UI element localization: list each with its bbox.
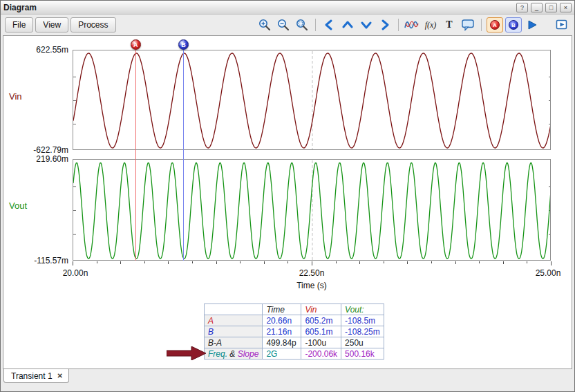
- x-axis-tick: [336, 261, 337, 263]
- vin-y-max-label: 622.55m: [6, 45, 68, 55]
- cursor-a-button-letter: A: [493, 22, 497, 28]
- close-tab-icon[interactable]: ✕: [57, 373, 63, 380]
- zoom-out-icon: [276, 18, 290, 32]
- x-axis-tick: [240, 261, 241, 263]
- play-button[interactable]: [524, 17, 540, 32]
- function-icon: f(x): [425, 20, 437, 30]
- x-axis-ticks: [73, 261, 551, 267]
- x-axis-tick: [216, 261, 217, 264]
- toolbar-separator: [481, 19, 482, 31]
- x-axis-tick: [73, 261, 73, 265]
- maximize-button[interactable]: □: [545, 3, 557, 12]
- cursor-b-marker-letter: B: [181, 41, 186, 48]
- x-axis-tick: [144, 261, 145, 263]
- vin-signal-label: Vin: [9, 91, 22, 102]
- x-tick-label-right: 25.00n: [536, 268, 561, 278]
- pan-up-button[interactable]: [339, 17, 356, 32]
- cell-ba-time: 499.84p: [263, 337, 301, 348]
- tab-transient-1[interactable]: Transient 1 ✕: [3, 368, 69, 383]
- minimize-button[interactable]: _: [531, 3, 543, 12]
- cursor-a-button[interactable]: A: [487, 17, 503, 32]
- vin-plot[interactable]: [73, 50, 551, 150]
- menu-file[interactable]: File: [5, 17, 33, 32]
- zoom-area-icon: [295, 18, 309, 32]
- x-axis-tick: [431, 261, 432, 263]
- table-row-freq-slope: Freq. & Slope 2G -200.06k 500.16k: [205, 348, 384, 360]
- table-header-row: Time Vin Vout:: [205, 304, 384, 315]
- table-row-b-minus-a: B-A 499.84p -100u 250u: [205, 337, 384, 348]
- zoom-out-button[interactable]: [275, 17, 292, 32]
- pan-left-icon: [323, 19, 335, 31]
- x-axis-tick: [527, 261, 527, 263]
- pan-left-button[interactable]: [321, 17, 337, 32]
- row-label-freq-slope[interactable]: Freq. & Slope: [205, 348, 263, 360]
- x-axis-tick: [120, 261, 121, 264]
- x-axis-tick: [312, 261, 312, 265]
- row-label-a[interactable]: A: [205, 315, 263, 326]
- toolbar-separator: [398, 19, 399, 31]
- column-header-vout: Vout:: [341, 304, 384, 315]
- annotation-arrow: [167, 346, 207, 360]
- diagram-canvas: 622.55m -622.79m Vin 219.60m -115.57m Vo…: [3, 35, 572, 369]
- pan-right-icon: [379, 19, 391, 31]
- cursor-a-icon: A: [490, 20, 500, 30]
- ampersand-label-part: &: [227, 349, 238, 359]
- pan-right-button[interactable]: [377, 17, 393, 32]
- x-axis-title: Time (s): [296, 281, 327, 290]
- column-header-time: Time: [263, 304, 301, 315]
- toolbar: File View Process: [1, 15, 574, 35]
- function-button[interactable]: f(x): [422, 17, 439, 32]
- waveform-icon: [404, 19, 420, 31]
- pan-down-button[interactable]: [358, 17, 375, 32]
- diagram-window: Diagram ? _ □ × File View Process: [0, 0, 575, 392]
- comment-button[interactable]: [460, 17, 476, 32]
- cursor-b-marker[interactable]: B: [178, 39, 189, 50]
- x-axis-tick: [384, 261, 384, 263]
- vout-y-max-label: 219.60m: [6, 154, 68, 164]
- slope-label-part: Slope: [238, 349, 259, 359]
- cell-slope-vin: -200.06k: [301, 348, 341, 360]
- tabbar: Transient 1 ✕: [1, 369, 574, 386]
- window-title: Diagram: [3, 3, 513, 12]
- help-button[interactable]: ?: [516, 3, 528, 12]
- row-label-b[interactable]: B: [205, 326, 263, 337]
- cell-b-time: 21.16n: [263, 326, 301, 337]
- cell-ba-vout: 250u: [341, 337, 384, 348]
- zoom-area-button[interactable]: [294, 17, 310, 32]
- zoom-in-icon: [258, 18, 272, 32]
- vout-signal-label: Vout: [9, 200, 27, 211]
- cell-a-time: 20.66n: [263, 315, 301, 326]
- vout-y-min-label: -115.57m: [6, 256, 68, 265]
- menu-process[interactable]: Process: [70, 17, 115, 32]
- table-row-cursor-b: B 21.16n 605.1m -108.25m: [205, 326, 384, 337]
- cell-b-vin: 605.1m: [301, 326, 341, 337]
- x-axis-tick: [264, 261, 265, 264]
- titlebar[interactable]: Diagram ? _ □ ×: [1, 1, 574, 15]
- close-button[interactable]: ×: [560, 3, 572, 12]
- x-axis-tick: [551, 261, 552, 265]
- toolbar-separator: [315, 19, 316, 31]
- x-tick-label-left: 20.00n: [63, 268, 88, 278]
- x-axis-tick: [168, 261, 169, 264]
- play-icon: [526, 19, 538, 31]
- pan-down-icon: [360, 19, 373, 31]
- x-axis-tick: [97, 261, 97, 263]
- vin-y-min-label: -622.79m: [6, 145, 68, 155]
- menu-view[interactable]: View: [35, 17, 68, 32]
- cursor-a-marker[interactable]: A: [131, 39, 141, 50]
- vout-plot[interactable]: [73, 159, 551, 261]
- text-tool-button[interactable]: T: [441, 17, 458, 32]
- zoom-in-button[interactable]: [256, 17, 273, 32]
- detach-window-button[interactable]: [554, 17, 570, 32]
- table-corner-cell: [205, 304, 263, 315]
- column-header-vin: Vin: [301, 304, 341, 315]
- detach-window-icon: [555, 19, 569, 31]
- x-axis-tick: [479, 261, 480, 263]
- cell-b-vout: -108.25m: [341, 326, 384, 337]
- x-axis-tick: [359, 261, 360, 264]
- row-label-b-minus-a[interactable]: B-A: [205, 337, 263, 348]
- cell-freq-value: 2G: [263, 348, 301, 360]
- waveform-button[interactable]: [404, 17, 420, 32]
- cell-a-vout: -108.5m: [341, 315, 384, 326]
- cursor-b-button[interactable]: B: [505, 17, 522, 32]
